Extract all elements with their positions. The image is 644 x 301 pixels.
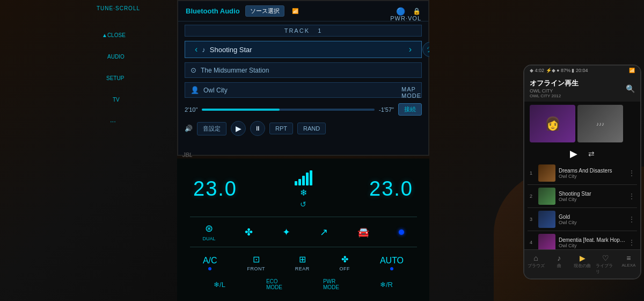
dual-label: DUAL <box>202 236 215 241</box>
audio-settings-button[interactable]: 音設定 <box>197 122 226 135</box>
fan-symbol-1: ✤ <box>245 226 253 238</box>
defrost-button[interactable]: ↗ <box>320 226 328 238</box>
phone-nav: ⌂ ブラウズ ♪ 曲 ▶ 現在の曲 ♡ ライブラリ ≡ ALEXA <box>524 249 640 278</box>
fan-off-button[interactable]: ✤ OFF <box>340 254 350 271</box>
album-row: ⊙ The Midsummer Station <box>185 62 422 78</box>
phone-nav-browse[interactable]: ⌂ ブラウズ <box>524 252 547 276</box>
fan-bar-1 <box>295 181 297 185</box>
phone-device: ◆ 4:02 ⚡◆ ● 87% ▮ 20:04 📶 オフライン再⽣ OWL CI… <box>523 64 641 280</box>
phone-shuffle-button[interactable]: ⇄ <box>588 149 595 158</box>
connect-button[interactable]: 接続 <box>398 103 422 116</box>
phone-album-art: 👩 ♪♪♪ <box>524 102 640 146</box>
playlist: 1 Dreams And Disasters Owl City ⋮ 2 Shoo… <box>524 162 640 249</box>
album-thumb-2: ♪♪♪ <box>577 105 623 142</box>
track-name-3: Gold <box>559 214 625 220</box>
phone-app-subtitle: OWL CITY <box>530 88 621 94</box>
disc-icon: ⊙ <box>191 66 196 74</box>
track-info-1: Dreams And Disasters Owl City <box>559 168 625 179</box>
phone-nav-alexa[interactable]: ≡ ALEXA <box>617 252 640 276</box>
playlist-item[interactable]: 3 Gold Owl City ⋮ <box>528 208 637 231</box>
front-defrost-button[interactable]: ⊡ FRONT <box>247 254 265 271</box>
close-button[interactable]: ▲CLOSE <box>102 32 126 38</box>
audio-button[interactable]: AUDIO <box>107 54 125 60</box>
album-art-icon-2: ♪♪♪ <box>596 121 604 127</box>
pause-button[interactable]: ⏸ <box>250 121 265 136</box>
track-title: Shooting Star <box>210 46 252 54</box>
auto-symbol: AUTO <box>380 256 404 266</box>
right-fan-icon[interactable]: ❄/R <box>380 281 393 289</box>
play-button[interactable]: ▶ <box>231 121 246 136</box>
artist-row: 👤 Owl City <box>185 82 422 98</box>
track-name-1: Dreams And Disasters <box>559 168 625 174</box>
front-label: FRONT <box>247 266 265 271</box>
source-button[interactable]: ソース選択 <box>245 5 284 17</box>
playlist-item[interactable]: 4 Dementia [feat. Mark Hoppus] Owl City … <box>528 231 637 249</box>
album-thumb-1: 👩 <box>530 105 575 142</box>
phone-title-block: オフライン再⽣ OWL CITY OWL CITY 2012 <box>530 78 621 98</box>
ac-indicator <box>208 267 211 270</box>
mode-indicator <box>399 230 404 235</box>
library-label: ライブラリ <box>596 263 616 275</box>
artist-name: Owl City <box>203 87 228 94</box>
pwr-mode-icon[interactable]: PWRMODE <box>323 278 339 290</box>
center-screen: Bluetooth Audio ソース選択 📶 🔵 🔒 TRACK 1 ‹ ♪ … <box>177 0 429 156</box>
map-mode-label: MAP MODE <box>401 86 421 99</box>
divider-2 <box>190 247 417 247</box>
track-more-1[interactable]: ⋮ <box>628 169 635 177</box>
playlist-item[interactable]: 2 Shooting Star Owl City ⋮ <box>528 185 637 208</box>
dots-button[interactable]: ··· <box>110 117 116 125</box>
phone-nav-nowplaying[interactable]: ▶ 現在の曲 <box>570 252 594 276</box>
track-more-3[interactable]: ⋮ <box>628 216 635 223</box>
pwr-vol-label: PWR·VOL <box>390 15 421 22</box>
eco-mode-icon[interactable]: ECOMODE <box>266 278 282 290</box>
phone-search-icon[interactable]: 🔍 <box>626 84 635 93</box>
track-info-2: Shooting Star Owl City <box>559 191 625 202</box>
mode-icon: 🚘 <box>357 226 369 238</box>
prev-arrow[interactable]: ‹ <box>191 45 202 54</box>
ac-button[interactable]: A/C <box>203 256 217 270</box>
temperature-row: 23.0 ❄ ↺ 23.0 <box>177 159 429 214</box>
repeat-button[interactable]: RPT <box>269 123 293 134</box>
track-name-4: Dementia [feat. Mark Hoppus] <box>559 237 625 243</box>
track-info-3: Gold Owl City <box>559 214 625 225</box>
track-more-4[interactable]: ⋮ <box>628 239 635 246</box>
phone-album-info: OWL CITY 2012 <box>530 94 621 98</box>
setup-button[interactable]: SETUP <box>106 75 124 81</box>
phone-controls: ▶ ⇄ <box>524 146 640 162</box>
mode-button[interactable]: 🚘 <box>357 226 369 238</box>
library-icon: ♡ <box>602 254 609 262</box>
signal-icon: 📶 <box>292 8 298 14</box>
song-title-row: ‹ ♪ Shooting Star › ℬ <box>185 41 422 58</box>
track-info-4: Dementia [feat. Mark Hoppus] Owl City <box>559 237 625 248</box>
rear-defrost-button[interactable]: ⊞ REAR <box>295 254 310 271</box>
progress-bar[interactable] <box>202 109 375 111</box>
phone-nav-library[interactable]: ♡ ライブラリ <box>594 252 617 276</box>
bluetooth-label: Bluetooth Audio <box>186 7 240 15</box>
dual-button[interactable]: ⊛ DUAL <box>202 223 215 241</box>
playlist-item[interactable]: 1 Dreams And Disasters Owl City ⋮ <box>528 162 637 185</box>
album-name: The Midsummer Station <box>201 67 269 74</box>
auto-button[interactable]: AUTO <box>380 256 404 270</box>
track-thumb-3 <box>538 211 555 228</box>
track-name-2: Shooting Star <box>559 191 625 197</box>
bottom-controls-row: A/C ⊡ FRONT ⊞ REAR ✤ OFF AUTO <box>177 250 429 276</box>
left-panel <box>0 0 177 301</box>
random-button[interactable]: RAND <box>297 123 326 134</box>
person-icon: 👤 <box>191 86 199 94</box>
left-fan-icon[interactable]: ❄/L <box>214 281 225 289</box>
tv-button[interactable]: TV <box>113 97 120 103</box>
track-more-2[interactable]: ⋮ <box>628 192 635 200</box>
music-note-icon: ♪ <box>202 46 206 54</box>
nowplaying-icon: ▶ <box>580 254 586 262</box>
climate-inner: 23.0 ❄ ↺ 23.0 ⊛ DUAL <box>177 159 429 301</box>
fan-off-symbol: ✤ <box>341 254 348 264</box>
controls-row: 🔊 音設定 ▶ ⏸ RPT RAND <box>185 121 422 136</box>
fan-button-1[interactable]: ✤ <box>245 226 253 238</box>
next-arrow[interactable]: › <box>405 45 416 54</box>
volume-icon: 🔊 <box>185 125 193 132</box>
fan-bar-3 <box>302 176 305 185</box>
phone-header: オフライン再⽣ OWL CITY OWL CITY 2012 🔍 <box>524 75 640 102</box>
phone-nav-songs[interactable]: ♪ 曲 <box>547 252 570 276</box>
phone-play-button[interactable]: ▶ <box>570 148 577 160</box>
fan-button-2[interactable]: ✦ <box>282 226 290 238</box>
